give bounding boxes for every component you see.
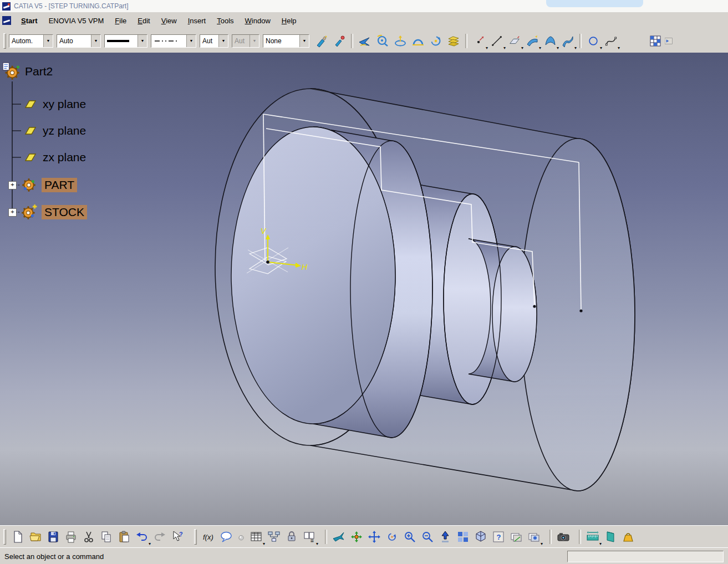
expand-part-button[interactable]: + bbox=[8, 181, 17, 189]
dropdown-arrow-icon[interactable]: ▼ bbox=[91, 35, 100, 47]
measure-between-button[interactable]: ▾ bbox=[584, 528, 602, 546]
clipped-toolbar-button[interactable] bbox=[664, 32, 674, 50]
tree-label-part[interactable]: PART bbox=[42, 178, 77, 192]
expand-stock-button[interactable]: + bbox=[8, 208, 17, 217]
tree-label-stock[interactable]: STOCK bbox=[42, 205, 87, 219]
redo-button[interactable] bbox=[151, 528, 169, 546]
flyout-arrow-icon[interactable]: ▾ bbox=[574, 46, 577, 50]
tree-label-part2[interactable]: Part2 bbox=[25, 65, 53, 78]
tree-item-zx-plane[interactable]: zx plane bbox=[22, 147, 86, 167]
rendering-combo[interactable]: None ▼ bbox=[263, 34, 309, 48]
tree-root-part2[interactable]: Part2 bbox=[2, 61, 53, 81]
menu-item-view[interactable]: View bbox=[156, 14, 182, 27]
structure-button[interactable] bbox=[265, 528, 283, 546]
sweep-surface-button[interactable]: ▾ bbox=[559, 32, 577, 50]
mass-properties-button[interactable] bbox=[619, 528, 637, 546]
catalog-button[interactable] bbox=[646, 32, 664, 50]
toolbar-grip[interactable] bbox=[194, 529, 197, 545]
specification-tree: Part2 xy plane yz plane zx plane + bbox=[0, 57, 183, 240]
dropdown-arrow-icon[interactable]: ▼ bbox=[43, 35, 53, 47]
capture-button[interactable] bbox=[554, 528, 572, 546]
lock-button[interactable] bbox=[283, 528, 301, 546]
open-button[interactable] bbox=[27, 528, 44, 546]
view-fly-button[interactable] bbox=[356, 32, 374, 50]
fly-mode-button[interactable] bbox=[330, 528, 348, 546]
print-button[interactable] bbox=[62, 528, 80, 546]
zoom-in-button[interactable] bbox=[401, 528, 419, 546]
flyout-arrow-icon[interactable]: ▾ bbox=[316, 542, 318, 546]
dropdown-arrow-icon[interactable]: ▼ bbox=[186, 35, 196, 47]
line-button[interactable]: ▾ bbox=[488, 32, 506, 50]
swap-space-button[interactable]: ▾ bbox=[525, 528, 543, 546]
viewport-3d[interactable]: V H Part2 bbox=[0, 53, 728, 525]
whats-this-button[interactable]: ? bbox=[169, 528, 186, 546]
check-rules-button[interactable]: =▾ bbox=[301, 528, 318, 546]
toolbar-grip[interactable] bbox=[3, 33, 6, 49]
new-button[interactable] bbox=[9, 528, 27, 546]
multi-view-button[interactable] bbox=[454, 528, 472, 546]
rotate-button[interactable] bbox=[383, 528, 401, 546]
catia-doc-icon[interactable] bbox=[2, 16, 11, 25]
flyout-arrow-icon[interactable]: ▾ bbox=[541, 542, 543, 546]
menu-item-edit[interactable]: Edit bbox=[132, 14, 155, 27]
tree-label-yz-plane[interactable]: yz plane bbox=[43, 124, 86, 137]
power-input-field[interactable] bbox=[567, 551, 724, 562]
revolve-surface-button[interactable]: ▾ bbox=[541, 32, 559, 50]
view-orbit-button[interactable] bbox=[427, 32, 445, 50]
dropdown-arrow-icon[interactable]: ▼ bbox=[218, 35, 228, 47]
toolbar-grip[interactable] bbox=[3, 529, 6, 545]
hide-show-button[interactable] bbox=[507, 528, 525, 546]
view-sheets-button[interactable] bbox=[445, 32, 462, 50]
menu-item-enovia-v5-vpm[interactable]: ENOVIA V5 VPM bbox=[43, 14, 110, 27]
save-button[interactable] bbox=[44, 528, 62, 546]
tree-item-part[interactable]: PART bbox=[20, 175, 77, 196]
undo-button[interactable]: ▾ bbox=[133, 528, 151, 546]
line-weight-combo[interactable]: ▼ bbox=[104, 34, 147, 48]
copy-graphic-properties-button[interactable] bbox=[313, 32, 330, 50]
tree-item-xy-plane[interactable]: xy plane bbox=[22, 94, 86, 114]
spline-button[interactable]: ▾ bbox=[602, 32, 620, 50]
plane-icon bbox=[22, 99, 39, 109]
formula-button[interactable]: f(x) bbox=[200, 528, 217, 546]
extrude-surface-button[interactable]: ▾ bbox=[523, 32, 541, 50]
menu-item-start[interactable]: Start bbox=[16, 14, 43, 27]
apply-graphic-properties-button[interactable] bbox=[330, 32, 348, 50]
tree-item-stock[interactable]: STOCK bbox=[20, 202, 87, 223]
circle-button[interactable]: ▾ bbox=[584, 32, 602, 50]
window-title: CATIA V5 - [STEP TURNING.CATPart] bbox=[14, 2, 128, 10]
view-look-button[interactable] bbox=[374, 32, 391, 50]
menu-item-insert[interactable]: Insert bbox=[182, 14, 212, 27]
view-mode-button[interactable]: ? bbox=[490, 528, 507, 546]
iso-view-button[interactable] bbox=[472, 528, 490, 546]
measure-item-button[interactable] bbox=[602, 528, 619, 546]
tree-label-xy-plane[interactable]: xy plane bbox=[43, 98, 86, 111]
compass-move-button[interactable] bbox=[348, 528, 365, 546]
menu-item-tools[interactable]: Tools bbox=[211, 14, 239, 27]
view-arch-button[interactable] bbox=[409, 32, 427, 50]
toolbar-separator bbox=[579, 530, 581, 544]
parameter-ball-button[interactable] bbox=[235, 528, 247, 546]
tree-item-yz-plane[interactable]: yz plane bbox=[22, 121, 86, 141]
layer-combo[interactable]: Auto ▼ bbox=[57, 34, 101, 48]
menu-item-help[interactable]: Help bbox=[276, 14, 302, 27]
zoom-out-button[interactable] bbox=[419, 528, 436, 546]
comment-button[interactable] bbox=[217, 528, 235, 546]
cut-button[interactable] bbox=[80, 528, 98, 546]
dropdown-arrow-icon[interactable]: ▼ bbox=[299, 35, 309, 47]
paste-button[interactable] bbox=[115, 528, 133, 546]
normal-view-button[interactable] bbox=[436, 528, 454, 546]
plane-button[interactable]: ▾ bbox=[506, 32, 523, 50]
graphic-properties-combo[interactable]: Autom. ▼ bbox=[9, 34, 53, 48]
menu-item-window[interactable]: Window bbox=[240, 14, 276, 27]
point-symbol-combo[interactable]: Aut ▼ bbox=[200, 34, 228, 48]
line-type-combo[interactable]: ▼ bbox=[151, 34, 196, 48]
copy-button[interactable] bbox=[98, 528, 115, 546]
pan-button[interactable] bbox=[365, 528, 383, 546]
tree-label-zx-plane[interactable]: zx plane bbox=[43, 151, 86, 164]
view-turntable-button[interactable] bbox=[391, 32, 409, 50]
design-table-button[interactable]: ▾ bbox=[247, 528, 265, 546]
flyout-arrow-icon[interactable]: ▾ bbox=[618, 46, 620, 50]
dropdown-arrow-icon[interactable]: ▼ bbox=[138, 35, 147, 47]
menu-item-file[interactable]: File bbox=[109, 14, 132, 27]
point-button[interactable]: ▾ bbox=[470, 32, 488, 50]
